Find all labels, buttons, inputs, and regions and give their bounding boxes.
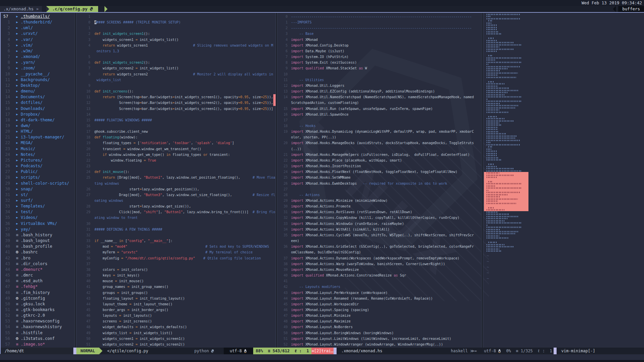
config-line[interactable]: 37 — [77, 261, 276, 267]
minimap-line[interactable] — [487, 18, 520, 19]
minimap-line[interactable] — [488, 207, 494, 208]
minimap-line[interactable] — [488, 55, 493, 56]
config-line[interactable]: 6def init_widgets_screen2(): — [77, 60, 276, 65]
tree-item[interactable]: 57▶.thumbnails/ — [1, 14, 74, 19]
config-line[interactable]: 9 — [77, 83, 276, 88]
xmonad-line[interactable]: 13import XMonad.Util.EZConfig (additiona… — [278, 88, 481, 94]
minimap-line[interactable] — [487, 57, 521, 59]
xmonad-line[interactable]: 43import XMonad.Layout.PerWorkspace (onW… — [278, 290, 481, 296]
config-line[interactable]: 50 widgets_screen1 = init_widgets_screen… — [77, 336, 276, 342]
minimap-line[interactable] — [487, 212, 498, 213]
minimap-line[interactable] — [488, 181, 493, 182]
minimap-line[interactable] — [487, 99, 488, 100]
xmonad-line[interactable]: olor, shorten, PP(..)) — [278, 134, 481, 140]
xmonad-line[interactable]: omClassName, buildDefaultGSConfig) — [278, 249, 481, 255]
xmonad-line[interactable]: 4import XMonad — [278, 37, 481, 43]
config-line[interactable]: 10def init_screens(): — [77, 88, 276, 94]
minimap-line[interactable] — [487, 144, 520, 145]
config-line[interactable]: 13 Screen(top=bar.Bar(widgets=init_widge… — [77, 106, 276, 112]
xmonad-line[interactable]: 15import XMonad.Util.Run (safeSpawn, uns… — [278, 106, 481, 112]
minimap-pane[interactable]: ~~~~~ — [484, 13, 644, 348]
config-line[interactable]: 35 myTerm = "urxvtc" # My terminal of ch… — [77, 249, 276, 255]
minimap-line[interactable] — [487, 159, 501, 161]
minimap-line[interactable] — [487, 109, 499, 111]
config-line[interactable]: 49 widgets_list = init_widgets_list() — [77, 330, 276, 336]
xmonad-line[interactable]: 3 -- Base — [278, 31, 481, 37]
minimap-line[interactable] — [487, 72, 518, 74]
config-line[interactable]: 16 — [77, 123, 276, 129]
tree-item[interactable]: 27▶Public/ — [1, 169, 74, 175]
xmonad-line[interactable]: 7import System.IO (hPutStrLn) — [278, 54, 481, 60]
tree-item[interactable]: 53≡.haxornewsconfig — [1, 318, 74, 324]
minimap-line[interactable] — [487, 77, 516, 78]
config-line[interactable]: 4 return widgets_screen1 # Slicing remov… — [77, 43, 276, 48]
tree-item[interactable]: 13▶dmenu/ — [1, 88, 74, 94]
minimap-line[interactable] — [487, 250, 501, 252]
tree-item[interactable]: 1▶.thunderbird/ — [1, 19, 74, 25]
minimap-line[interactable] — [487, 231, 518, 232]
minimap-line[interactable] — [487, 29, 497, 30]
config-line[interactable]: 2def init_widgets_screen1(): — [77, 31, 276, 37]
xmonad-line[interactable]: 33import XMonad.Actions.WindowGo (runOrR… — [278, 221, 481, 227]
config-line[interactable]: 20 transient = window.window.get_wm_tran… — [77, 146, 276, 152]
config-line[interactable]: 5 — [77, 54, 276, 60]
minimap-line[interactable] — [487, 229, 500, 230]
xmonad-line[interactable]: 9import qualified XMonad.StackSet as W — [278, 65, 481, 71]
tree-item[interactable]: 8▶.yarn/ — [1, 60, 74, 65]
tree-item[interactable]: 43≡.dir_colors — [1, 261, 74, 267]
minimap-line[interactable] — [487, 192, 520, 193]
tab-xmonad[interactable]: .x/xmonad.hs » — [0, 6, 42, 12]
tree-item[interactable]: 44≡.dmenurc* — [1, 267, 74, 273]
minimap-line[interactable] — [487, 218, 508, 219]
config-line[interactable]: 21 if window.window.get_wm_type() in flo… — [77, 152, 276, 158]
minimap-line[interactable] — [487, 237, 508, 239]
config-line[interactable]: 40 mouse = init_mouse() — [77, 278, 276, 284]
minimap-line[interactable] — [488, 81, 494, 82]
tree-item[interactable]: 48≡.fim_history — [1, 290, 74, 296]
minimap-line[interactable] — [487, 150, 497, 152]
minimap-line[interactable] — [488, 116, 498, 117]
minimap-line[interactable] — [487, 185, 495, 187]
minimap-line[interactable] — [487, 140, 520, 141]
tree-item[interactable]: 52≡.gtkrc-2.0 — [1, 313, 74, 318]
tree-item[interactable]: 36▶VirtualBox VMs/ — [1, 221, 74, 227]
config-line[interactable]: 32 — [77, 232, 276, 238]
tree-item[interactable]: 29▶shell-color-scripts/ — [1, 181, 74, 186]
tree-item[interactable]: 28▶scripts/ — [1, 175, 74, 180]
config-line[interactable]: onitors 1,3 — [77, 48, 276, 54]
xmonad-line[interactable]: 36import XMonad.Actions.GridSelect (GSCo… — [278, 244, 481, 249]
config-line[interactable]: 28 start=lazy.window.get_size()), — [77, 203, 276, 209]
xmonad-line[interactable]: 2---------------------------------------… — [278, 25, 481, 31]
tree-item[interactable]: 12▶Desktop/ — [1, 83, 74, 88]
minimap-line[interactable] — [487, 133, 506, 134]
minimap-line[interactable] — [487, 74, 498, 76]
minimap-line[interactable] — [487, 183, 521, 184]
minimap-line[interactable] — [487, 107, 515, 109]
tree-item[interactable]: 18▶dt-dark-theme/ — [1, 117, 74, 123]
xmonad-line[interactable]: 31import XMonad.Actions.RotSlaves (rotSl… — [278, 209, 481, 215]
config-line[interactable]: 14 — [77, 112, 276, 117]
config-line[interactable]: ting windows — [77, 181, 276, 186]
minimap-line[interactable] — [487, 235, 499, 237]
config-line[interactable]: 0##### SCREENS ##### (TRIPLE MONITOR SET… — [77, 19, 276, 25]
config-line[interactable]: 42 groups = init_groups() — [77, 290, 276, 296]
config-line[interactable]: 31##### DEFINING A FEW THINGS ##### — [77, 227, 276, 232]
minimap-line[interactable] — [487, 92, 508, 93]
xmonad-line[interactable]: 44import XMonad.Layout.Renamed (renamed,… — [278, 296, 481, 301]
xmonad-line[interactable]: 11 -- Utilities — [278, 77, 481, 83]
minimap-line[interactable] — [487, 227, 521, 228]
minimap-line[interactable] — [487, 51, 497, 52]
tree-item[interactable]: 3▶.urxvt/ — [1, 31, 74, 37]
xmonad-line[interactable]: ScratchpadAction, customFloating) — [278, 100, 481, 106]
tree-item[interactable]: 46≡.esd_auth — [1, 278, 74, 284]
tree-item[interactable]: 50≡.gksu.lock — [1, 301, 74, 307]
tree-item[interactable]: 33▶Templates/ — [1, 203, 74, 209]
minimap-line[interactable] — [487, 120, 513, 122]
minimap-line[interactable] — [487, 244, 505, 245]
config-line[interactable]: 11 return [Screen(top=bar.Bar(widgets=in… — [77, 94, 276, 100]
xmonad-line[interactable]: 46import XMonad.Layout.Spacing (spacing) — [278, 307, 481, 313]
minimap-line[interactable] — [487, 83, 505, 84]
minimap-line[interactable] — [487, 175, 513, 176]
minimap-line[interactable] — [487, 187, 521, 189]
config-line[interactable]: 22 window.floating = True — [77, 158, 276, 163]
